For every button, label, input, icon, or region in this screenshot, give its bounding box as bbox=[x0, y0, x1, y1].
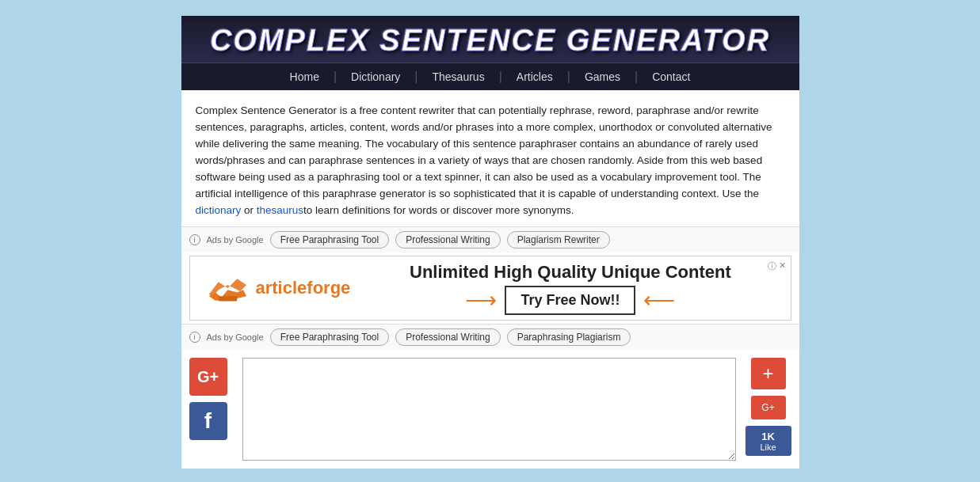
dictionary-link[interactable]: dictionary bbox=[196, 204, 242, 216]
site-title: Complex Sentence Generator bbox=[181, 24, 799, 58]
ads-bar-bottom: i Ads by Google Free Paraphrasing Tool P… bbox=[181, 324, 799, 350]
like-button[interactable]: 1K Like bbox=[745, 426, 791, 456]
text-input[interactable] bbox=[242, 358, 736, 461]
ads-info-icon-top[interactable]: i bbox=[189, 234, 200, 245]
ad-headline: Unlimited High Quality Unique Content bbox=[410, 262, 731, 283]
nav-home[interactable]: Home bbox=[276, 70, 334, 83]
nav-thesaurus[interactable]: Thesaurus bbox=[418, 70, 499, 83]
arrow-left-icon: ⟶ bbox=[465, 287, 497, 313]
svg-rect-2 bbox=[218, 297, 237, 302]
site-header: Complex Sentence Generator bbox=[181, 16, 799, 63]
ad-pill-top-3[interactable]: Plagiarism Rewriter bbox=[507, 231, 610, 249]
articleforge-logo: articleforge bbox=[206, 272, 351, 304]
right-social-buttons: + G+ 1K Like bbox=[745, 358, 791, 456]
description-text: Complex Sentence Generator is a free con… bbox=[196, 104, 772, 199]
ad-content: Unlimited High Quality Unique Content ⟶ … bbox=[366, 262, 774, 315]
plus-button[interactable]: + bbox=[751, 358, 786, 389]
nav-dictionary[interactable]: Dictionary bbox=[337, 70, 414, 83]
gplus-small-button[interactable]: G+ bbox=[751, 396, 786, 419]
ad-cta-button[interactable]: Try Free Now!! bbox=[505, 286, 635, 315]
ads-label-top: Ads by Google bbox=[207, 235, 264, 245]
ad-pill-bottom-1[interactable]: Free Paraphrasing Tool bbox=[270, 328, 390, 346]
ad-close-icon[interactable]: ✕ bbox=[779, 260, 786, 272]
thesaurus-link[interactable]: thesaurus bbox=[257, 204, 303, 216]
arrow-right-icon: ⟵ bbox=[643, 287, 675, 313]
forge-logo-text: articleforge bbox=[256, 278, 351, 298]
bottom-area: G+ f + G+ 1K Like bbox=[181, 350, 799, 469]
end-text: to learn definitions for words or discov… bbox=[303, 204, 574, 216]
left-social-buttons: G+ f bbox=[189, 358, 233, 440]
middle-text: or bbox=[241, 204, 257, 216]
nav-bar: Home | Dictionary | Thesaurus | Articles… bbox=[181, 63, 799, 90]
content-description: Complex Sentence Generator is a free con… bbox=[181, 90, 799, 226]
ad-pill-bottom-2[interactable]: Professional Writing bbox=[395, 328, 501, 346]
nav-contact[interactable]: Contact bbox=[638, 70, 704, 83]
ads-label-bottom: Ads by Google bbox=[207, 332, 264, 342]
nav-articles[interactable]: Articles bbox=[502, 70, 567, 83]
like-count: 1K bbox=[761, 431, 775, 442]
ad-info-icon[interactable]: ⓘ bbox=[768, 260, 776, 272]
ad-pill-top-2[interactable]: Professional Writing bbox=[395, 231, 501, 249]
gplus-icon: G+ bbox=[761, 402, 774, 413]
ad-corner-icons: ⓘ ✕ bbox=[768, 260, 786, 272]
ad-pill-bottom-3[interactable]: Paraphrasing Plagiarism bbox=[507, 328, 631, 346]
ads-bar-top: i Ads by Google Free Paraphrasing Tool P… bbox=[181, 226, 799, 252]
googleplus-button[interactable]: G+ bbox=[189, 358, 227, 396]
ad-cta-row: ⟶ Try Free Now!! ⟵ bbox=[465, 286, 675, 315]
nav-games[interactable]: Games bbox=[570, 70, 635, 83]
ad-pill-top-1[interactable]: Free Paraphrasing Tool bbox=[270, 231, 390, 249]
ads-info-icon-bottom[interactable]: i bbox=[189, 332, 200, 343]
facebook-button[interactable]: f bbox=[189, 402, 227, 440]
ad-banner[interactable]: articleforge Unlimited High Quality Uniq… bbox=[189, 256, 791, 321]
like-label: Like bbox=[760, 442, 776, 452]
